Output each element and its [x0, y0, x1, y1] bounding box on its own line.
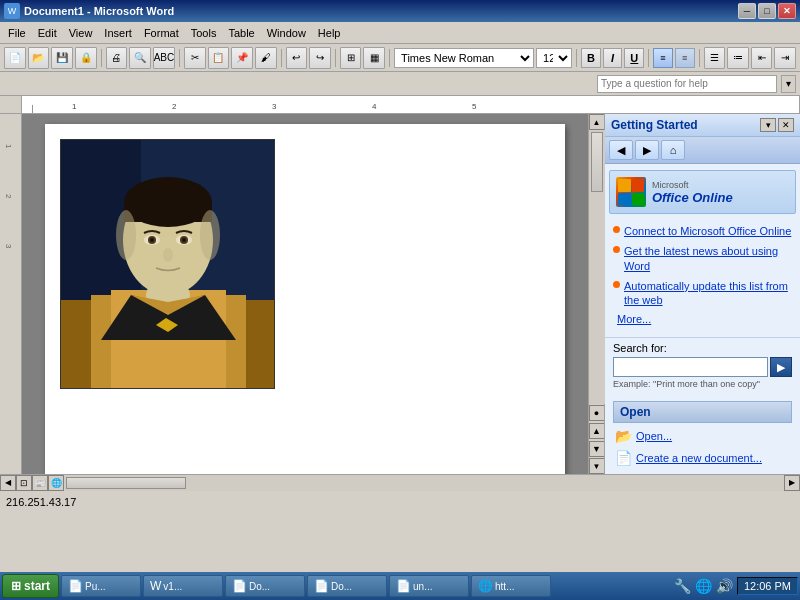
link-text-2[interactable]: Get the latest news about using Word — [624, 244, 792, 273]
taskbar-item-4[interactable]: 📄 un... — [389, 575, 469, 597]
format-painter-button[interactable]: 🖌 — [255, 47, 277, 69]
menu-format[interactable]: Format — [138, 25, 185, 41]
columns-button[interactable]: ▦ — [363, 47, 385, 69]
scroll-up-button[interactable]: ▲ — [589, 114, 605, 130]
minimize-button[interactable]: ─ — [738, 3, 756, 19]
link-item-2[interactable]: Get the latest news about using Word — [613, 244, 792, 273]
scroll-next-page-btn[interactable]: ▼ — [589, 441, 605, 457]
link-text-1[interactable]: Connect to Microsoft Office Online — [624, 224, 791, 238]
open-button[interactable]: 📂 — [28, 47, 50, 69]
bullets-button[interactable]: ☰ — [704, 47, 726, 69]
document-area[interactable] — [22, 114, 588, 474]
more-link[interactable]: More... — [613, 313, 792, 325]
indent-increase-button[interactable]: ⇥ — [774, 47, 796, 69]
undo-button[interactable]: ↩ — [286, 47, 308, 69]
menu-file[interactable]: File — [2, 25, 32, 41]
taskbar-item-3[interactable]: 📄 Do... — [307, 575, 387, 597]
permission-button[interactable]: 🔒 — [75, 47, 97, 69]
taskbar-item-2[interactable]: 📄 Do... — [225, 575, 305, 597]
search-go-button[interactable]: ▶ — [770, 357, 792, 377]
taskbar-item-1[interactable]: W v1... — [143, 575, 223, 597]
ruler-track: │ 1 2 3 4 5 — [22, 96, 800, 114]
svg-point-10 — [116, 210, 136, 260]
spell-button[interactable]: ABC — [153, 47, 175, 69]
menu-table[interactable]: Table — [222, 25, 260, 41]
tb-sep-7 — [648, 49, 649, 67]
cut-button[interactable]: ✂ — [184, 47, 206, 69]
start-button[interactable]: ⊞ start — [2, 574, 59, 598]
link-item-1[interactable]: Connect to Microsoft Office Online — [613, 224, 792, 238]
menu-insert[interactable]: Insert — [98, 25, 138, 41]
help-arrow-button[interactable]: ▾ — [781, 75, 796, 93]
search-go-icon: ▶ — [777, 361, 785, 374]
link-text-3[interactable]: Automatically update this list from the … — [624, 279, 792, 308]
redo-button[interactable]: ↪ — [309, 47, 331, 69]
scroll-down-button[interactable]: ▼ — [589, 458, 605, 474]
print-button[interactable]: 🖨 — [106, 47, 128, 69]
toolbar: 📄 📂 💾 🔒 🖨 🔍 ABC ✂ 📋 📌 🖌 ↩ ↪ ⊞ ▦ Times Ne… — [0, 44, 800, 72]
indent-decrease-button[interactable]: ⇤ — [751, 47, 773, 69]
vertical-scrollbar[interactable]: ▲ ● ▲ ▼ ▼ — [588, 114, 604, 474]
panel-home-button[interactable]: ⌂ — [661, 140, 685, 160]
scroll-left-button[interactable]: ◀ — [0, 475, 16, 491]
word-app-icon: W — [4, 3, 20, 19]
v-scroll-thumb[interactable] — [591, 132, 603, 192]
close-button[interactable]: ✕ — [778, 3, 796, 19]
page-view-normal-button[interactable]: ⊡ — [16, 475, 32, 491]
italic-button[interactable]: I — [603, 48, 623, 68]
panel-back-button[interactable]: ◀ — [609, 140, 633, 160]
new-doc-link[interactable]: Create a new document... — [636, 452, 762, 464]
underline-button[interactable]: U — [624, 48, 644, 68]
scroll-select-btn[interactable]: ● — [589, 405, 605, 421]
taskbar-item-5[interactable]: 🌐 htt... — [471, 575, 551, 597]
font-name-select[interactable]: Times New Roman Arial Calibri — [394, 48, 534, 68]
embedded-image[interactable] — [60, 139, 275, 389]
ruler-mark-4: 4 — [372, 102, 376, 111]
panel-search-input[interactable] — [613, 357, 768, 377]
open-file-item[interactable]: 📂 Open... — [613, 427, 792, 445]
menu-tools[interactable]: Tools — [185, 25, 223, 41]
tray-icon-speaker[interactable]: 🔊 — [716, 578, 733, 594]
panel-forward-button[interactable]: ▶ — [635, 140, 659, 160]
menu-window[interactable]: Window — [261, 25, 312, 41]
tray-icon-tools[interactable]: 🔧 — [674, 578, 691, 594]
numbering-button[interactable]: ≔ — [727, 47, 749, 69]
taskbar-item-0[interactable]: 📄 Pu... — [61, 575, 141, 597]
help-search-input[interactable] — [597, 75, 777, 93]
system-clock[interactable]: 12:06 PM — [737, 577, 798, 595]
font-size-select[interactable]: 12 10 14 16 — [536, 48, 572, 68]
h-scroll-track — [64, 475, 784, 491]
menu-view[interactable]: View — [63, 25, 99, 41]
panel-close-button[interactable]: ✕ — [778, 118, 794, 132]
open-file-link[interactable]: Open... — [636, 430, 672, 442]
panel-settings-button[interactable]: ▾ — [760, 118, 776, 132]
taskbar-label-3: Do... — [331, 581, 352, 592]
new-doc-item[interactable]: 📄 Create a new document... — [613, 449, 792, 467]
maximize-button[interactable]: □ — [758, 3, 776, 19]
insert-table-button[interactable]: ⊞ — [340, 47, 362, 69]
new-button[interactable]: 📄 — [4, 47, 26, 69]
status-bar: 216.251.43.17 — [0, 490, 800, 512]
save-button[interactable]: 💾 — [51, 47, 73, 69]
align-center-button[interactable]: ≡ — [675, 48, 695, 68]
tray-icon-network[interactable]: 🌐 — [695, 578, 712, 594]
taskbar-icon-2: 📄 — [232, 579, 247, 593]
bold-button[interactable]: B — [581, 48, 601, 68]
status-text: 216.251.43.17 — [6, 496, 794, 508]
page-view-web-button[interactable]: 🌐 — [48, 475, 64, 491]
start-label: start — [24, 579, 50, 593]
align-left-button[interactable]: ≡ — [653, 48, 673, 68]
scroll-right-button[interactable]: ▶ — [784, 475, 800, 491]
paste-button[interactable]: 📌 — [231, 47, 253, 69]
tb-sep-1 — [101, 49, 102, 67]
copy-button[interactable]: 📋 — [208, 47, 230, 69]
menu-edit[interactable]: Edit — [32, 25, 63, 41]
scroll-prev-page-btn[interactable]: ▲ — [589, 423, 605, 439]
v-ruler-3: 3 — [4, 244, 13, 248]
menu-help[interactable]: Help — [312, 25, 347, 41]
h-scroll-thumb[interactable] — [66, 477, 186, 489]
link-item-3[interactable]: Automatically update this list from the … — [613, 279, 792, 308]
menu-bar: File Edit View Insert Format Tools Table… — [0, 22, 800, 44]
page-view-print-button[interactable]: 📰 — [32, 475, 48, 491]
print-preview-button[interactable]: 🔍 — [129, 47, 151, 69]
